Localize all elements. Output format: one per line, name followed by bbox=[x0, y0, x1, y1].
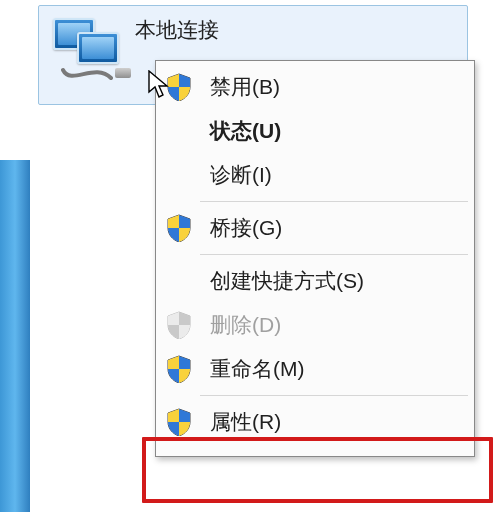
network-adapter-icon bbox=[49, 14, 127, 94]
menu-item-label: 状态(U) bbox=[210, 117, 281, 145]
menu-item-properties[interactable]: 属性(R) bbox=[158, 400, 472, 444]
menu-item-label: 重命名(M) bbox=[210, 355, 304, 383]
menu-item-label: 属性(R) bbox=[210, 408, 281, 436]
mouse-cursor-icon bbox=[148, 70, 170, 100]
left-accent-strip bbox=[0, 160, 30, 512]
context-menu: 禁用(B) 状态(U) 诊断(I) 桥接(G) 创建快捷方式(S) 删除(D) bbox=[155, 60, 475, 457]
menu-item-label: 诊断(I) bbox=[210, 161, 272, 189]
menu-item-bridge[interactable]: 桥接(G) bbox=[158, 206, 472, 250]
shield-icon bbox=[166, 214, 192, 242]
menu-separator bbox=[200, 254, 468, 255]
shield-icon bbox=[166, 311, 192, 339]
screenshot-canvas: 本地连接 禁用(B) 状态(U) 诊断(I) 桥接(G) bbox=[0, 0, 500, 512]
menu-item-label: 禁用(B) bbox=[210, 73, 280, 101]
menu-separator bbox=[200, 201, 468, 202]
menu-item-diagnose[interactable]: 诊断(I) bbox=[158, 153, 472, 197]
menu-item-disable[interactable]: 禁用(B) bbox=[158, 65, 472, 109]
menu-item-label: 创建快捷方式(S) bbox=[210, 267, 364, 295]
shield-icon bbox=[166, 408, 192, 436]
menu-item-label: 删除(D) bbox=[210, 311, 281, 339]
menu-item-create-shortcut[interactable]: 创建快捷方式(S) bbox=[158, 259, 472, 303]
menu-item-rename[interactable]: 重命名(M) bbox=[158, 347, 472, 391]
menu-item-delete: 删除(D) bbox=[158, 303, 472, 347]
menu-separator bbox=[200, 395, 468, 396]
menu-item-label: 桥接(G) bbox=[210, 214, 282, 242]
shield-icon bbox=[166, 355, 192, 383]
menu-item-status[interactable]: 状态(U) bbox=[158, 109, 472, 153]
network-adapter-label: 本地连接 bbox=[135, 16, 219, 44]
